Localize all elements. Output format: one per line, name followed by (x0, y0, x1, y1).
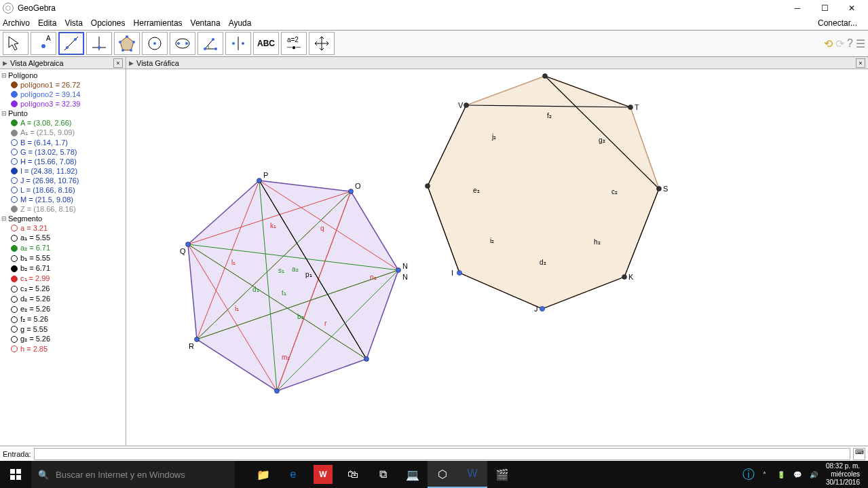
tool-move[interactable] (3, 32, 29, 55)
menu-vista[interactable]: Vista (64, 18, 82, 28)
tool-ellipse[interactable] (170, 32, 195, 55)
toolbar: A ABC a=2─●─ ⟲ ⟳ ? ☰ (0, 30, 868, 57)
svg-point-15 (153, 42, 156, 45)
algebra-item[interactable]: g = 5.55 (1, 324, 124, 334)
svg-point-54 (186, 242, 191, 247)
tool-angle[interactable] (197, 32, 223, 55)
menu-herramientas[interactable]: Herramientas (134, 18, 183, 28)
algebra-item[interactable]: c₂ = 5.26 (1, 284, 124, 294)
algebra-item[interactable]: polígono2 = 39.14 (1, 90, 124, 99)
algebra-item[interactable]: H = (15.66, 7.08) (1, 157, 124, 166)
menu-icon[interactable]: ☰ (856, 37, 865, 50)
menu-ayuda[interactable]: Ayuda (229, 18, 252, 28)
close-button[interactable]: ✕ (838, 0, 865, 16)
taskbar-explorer[interactable]: 📁 (248, 461, 278, 488)
algebra-item[interactable]: h = 2.85 (1, 344, 124, 354)
tray-expand-icon[interactable]: ˄ (757, 471, 773, 478)
tool-polygon[interactable] (114, 32, 140, 55)
algebra-item[interactable]: Z = (18.66, 8.16) (1, 204, 124, 214)
clock-date: 30/11/2016 (826, 478, 860, 487)
taskbar-dropbox[interactable]: ⧉ (368, 461, 398, 488)
graphics-title: Vista Gráfica (136, 59, 179, 67)
algebra-header[interactable]: ▶ Vista Algebraica × (0, 57, 126, 69)
taskbar-edge[interactable]: e (278, 461, 308, 488)
menu-ventana[interactable]: Ventana (191, 18, 221, 28)
taskbar-settings[interactable]: 💻 (398, 461, 428, 488)
connect-link[interactable]: Conectar... (818, 18, 857, 28)
svg-point-90 (426, 184, 430, 189)
algebra-item[interactable]: A₁ = (21.5, 9.09) (1, 128, 124, 138)
taskbar-movies[interactable]: 🎬 (487, 461, 517, 488)
taskbar-word[interactable]: W (457, 461, 487, 488)
taskbar-geogebra[interactable]: ⬡ (428, 461, 457, 488)
algebra-item[interactable]: b₁ = 5.55 (1, 253, 124, 263)
command-input[interactable] (34, 448, 850, 460)
tool-line[interactable] (58, 32, 84, 55)
menu-edita[interactable]: Edita (38, 18, 56, 28)
collapse-icon: ▶ (3, 60, 7, 67)
system-tray: ⓘ ˄ 🔋 💬 🔊 08:32 p. m. miércoles 30/11/20… (740, 462, 868, 487)
algebra-item[interactable]: e₂ = 5.26 (1, 304, 124, 314)
volume-icon[interactable]: 🔊 (806, 471, 822, 478)
algebra-tree[interactable]: ⊟Polígonopolígono1 = 26.72polígono2 = 39… (0, 69, 126, 445)
undo-icon[interactable]: ⟲ (824, 37, 833, 50)
graphics-close[interactable]: × (856, 58, 865, 68)
algebra-item[interactable]: polígono3 = 32.39 (1, 99, 124, 109)
tool-move-view[interactable] (309, 32, 335, 55)
algebra-item[interactable]: J = (26.98, 10.76) (1, 176, 124, 185)
algebra-item[interactable]: a = 3.21 (1, 223, 124, 233)
taskbar-search[interactable]: 🔍 Buscar en Internet y en Windows (31, 461, 235, 488)
help-tray-icon[interactable]: ⓘ (740, 466, 757, 483)
algebra-item[interactable]: a₁ = 5.55 (1, 233, 124, 243)
tool-circle[interactable] (142, 32, 168, 55)
algebra-item[interactable]: c₁ = 2.99 (1, 274, 124, 284)
taskbar-wps[interactable]: W (314, 465, 333, 484)
virtual-keyboard-icon[interactable]: ⌨ (853, 448, 865, 460)
algebra-item[interactable]: M = (21.5, 9.08) (1, 195, 124, 204)
graphics-header[interactable]: ▶ Vista Gráfica × (126, 57, 868, 69)
svg-text:s₁: s₁ (278, 267, 284, 274)
menu-archivo[interactable]: Archivo (3, 18, 30, 28)
svg-text:N: N (402, 273, 408, 281)
algebra-item[interactable]: d₂ = 5.26 (1, 294, 124, 304)
algebra-item[interactable]: G = (13.02, 5.78) (1, 147, 124, 157)
tool-slider[interactable]: a=2─●─ (281, 32, 307, 55)
graphics-canvas[interactable]: PONRQNk₁ql₁s₁a₂p₁n₁d₁t₁i₁b₂rm₁TSKJIVf₂j₂… (126, 69, 868, 445)
taskbar-store[interactable]: 🛍 (338, 461, 368, 488)
start-button[interactable] (0, 461, 31, 488)
help-icon[interactable]: ? (847, 37, 853, 50)
action-center-icon[interactable]: 💬 (789, 471, 806, 478)
tool-text[interactable]: ABC (253, 32, 279, 55)
algebra-item[interactable]: B = (6.14, 1.7) (1, 138, 124, 147)
svg-point-3 (66, 46, 69, 49)
main-area: ▶ Vista Algebraica × ⊟Polígonopolígono1 … (0, 57, 868, 446)
svg-text:S: S (663, 185, 668, 193)
algebra-item[interactable]: A = (3.08, 2.66) (1, 118, 124, 128)
maximize-button[interactable]: ☐ (811, 0, 838, 16)
algebra-item[interactable]: L = (18.66, 8.16) (1, 185, 124, 195)
algebra-item[interactable]: polígono1 = 26.72 (1, 80, 124, 90)
svg-point-11 (130, 49, 132, 52)
algebra-item[interactable]: b₂ = 6.71 (1, 263, 124, 274)
svg-text:d₁: d₁ (252, 286, 259, 293)
menu-opciones[interactable]: Opciones (91, 18, 126, 28)
search-placeholder: Buscar en Internet y en Windows (56, 470, 185, 480)
algebra-item[interactable]: I = (24.38, 11.92) (1, 166, 124, 176)
algebra-item[interactable]: f₂ = 5.26 (1, 314, 124, 324)
algebra-item[interactable]: g₂ = 5.26 (1, 334, 124, 344)
minimize-button[interactable]: ─ (784, 0, 811, 16)
algebra-close[interactable]: × (113, 58, 123, 68)
svg-point-46 (349, 189, 354, 194)
tool-perpendicular[interactable] (86, 32, 112, 55)
algebra-item[interactable]: a₂ = 6.71 (1, 243, 124, 253)
svg-text:P: P (263, 171, 268, 179)
svg-point-80 (628, 105, 633, 110)
tool-reflect[interactable] (225, 32, 251, 55)
battery-icon[interactable]: 🔋 (773, 471, 789, 478)
redo-icon[interactable]: ⟳ (835, 37, 844, 50)
svg-text:f₂: f₂ (547, 112, 552, 119)
svg-rect-106 (16, 475, 21, 480)
svg-text:t₁: t₁ (282, 289, 286, 297)
tool-point[interactable]: A (31, 32, 56, 55)
taskbar-clock[interactable]: 08:32 p. m. miércoles 30/11/2016 (822, 462, 864, 487)
